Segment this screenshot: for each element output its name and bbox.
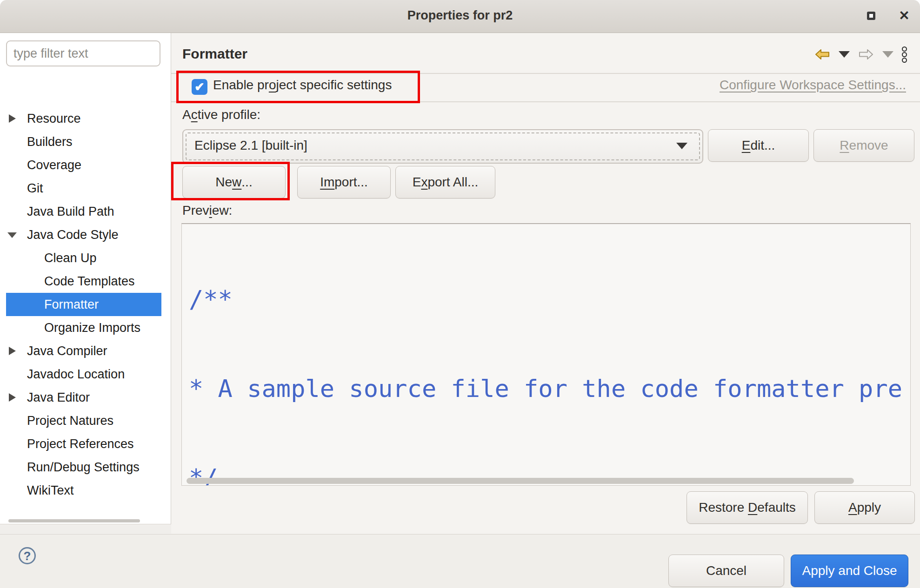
sidebar-item-label: Git <box>27 177 43 200</box>
sidebar-item-formatter[interactable]: Formatter <box>6 293 161 316</box>
sidebar-item-coverage[interactable]: Coverage <box>6 153 161 177</box>
expander-right-icon[interactable] <box>9 347 16 355</box>
sidebar-item-label: Formatter <box>44 293 99 316</box>
label-mnemonic: R <box>840 138 849 153</box>
label-mnemonic: E <box>742 138 751 153</box>
sidebar-item-java-editor[interactable]: Java Editor <box>6 386 161 409</box>
label-pre: Restore <box>699 500 748 515</box>
sidebar-item-java-compiler[interactable]: Java Compiler <box>6 339 161 363</box>
export-all-button[interactable]: Export All... <box>395 166 495 198</box>
sidebar-item-clean-up[interactable]: Clean Up <box>6 246 161 270</box>
sidebar-item-label: Java Build Path <box>27 200 114 223</box>
label-mnemonic: A <box>848 500 857 515</box>
label-pre: E <box>413 175 421 190</box>
sidebar-item-label: Coverage <box>27 153 81 177</box>
page-title: Formatter <box>182 46 247 62</box>
apply-and-close-button[interactable]: Apply and Close <box>791 555 908 587</box>
configure-workspace-settings-link[interactable]: Configure Workspace Settings... <box>720 78 906 92</box>
annotation-rect-new-button <box>171 162 290 200</box>
help-icon[interactable]: ? <box>19 547 36 564</box>
sidebar-item-builders[interactable]: Builders <box>6 130 161 153</box>
sidebar-item-label: Organize Imports <box>44 316 140 339</box>
label-post: ew: <box>212 203 233 218</box>
active-profile-label: Active profile: <box>182 107 260 122</box>
active-profile-select[interactable]: Eclipse 2.1 [built-in] <box>182 129 703 164</box>
sidebar-item-label: Java Compiler <box>27 339 107 363</box>
label-pre: Prev <box>182 203 209 218</box>
sidebar-item-label: Java Code Style <box>27 223 119 246</box>
label-mnemonic: D <box>748 500 757 515</box>
label-post: port All... <box>427 175 478 190</box>
label-post: efaults <box>757 500 796 515</box>
sidebar-item-run-debug-settings[interactable]: Run/Debug Settings <box>6 456 161 479</box>
label-pre: Apply and Close <box>802 563 897 578</box>
formatter-page: Formatter ✔ Enable project specific sett… <box>171 33 920 534</box>
sidebar-item-project-references[interactable]: Project References <box>6 432 161 456</box>
remove-button[interactable]: Remove <box>813 129 914 162</box>
active-profile-value: Eclipse 2.1 [built-in] <box>194 130 307 161</box>
sidebar-item-resource[interactable]: Resource <box>6 107 161 130</box>
label-mnemonic: x <box>421 175 427 190</box>
sidebar-item-label: Run/Debug Settings <box>27 456 140 479</box>
label-post: tive profile: <box>198 107 260 122</box>
sidebar-item-wikitext[interactable]: WikiText <box>6 479 161 502</box>
forward-arrow-icon[interactable] <box>858 49 874 60</box>
sidebar-item-java-build-path[interactable]: Java Build Path <box>6 200 161 223</box>
view-menu-icon[interactable] <box>902 46 907 63</box>
sidebar-item-project-natures[interactable]: Project Natures <box>6 409 161 432</box>
label-mnemonic: Im <box>320 175 334 190</box>
sidebar-item-label: Code Templates <box>44 270 135 293</box>
sidebar-item-label: WikiText <box>27 479 74 502</box>
restore-defaults-button[interactable]: Restore Defaults <box>687 491 808 524</box>
forward-history-dropdown-icon[interactable] <box>882 51 893 58</box>
label-post: port... <box>334 175 368 190</box>
chevron-down-icon <box>676 143 687 149</box>
sidebar-item-java-code-style[interactable]: Java Code Style <box>6 223 161 246</box>
sidebar-item-label: Builders <box>27 130 73 153</box>
label-post: pply <box>857 500 881 515</box>
preferences-sidebar: Resource Builders Coverage Git Java Buil… <box>0 33 171 524</box>
sidebar-item-javadoc-location[interactable]: Javadoc Location <box>6 363 161 386</box>
apply-button[interactable]: Apply <box>814 491 915 524</box>
back-history-dropdown-icon[interactable] <box>839 51 850 58</box>
import-button[interactable]: Import... <box>297 166 391 198</box>
close-icon[interactable]: ✕ <box>895 6 913 26</box>
sidebar-item-organize-imports[interactable]: Organize Imports <box>6 316 161 339</box>
kebab-dot <box>902 52 907 57</box>
sidebar-item-label: Java Editor <box>27 386 90 409</box>
sidebar-item-git[interactable]: Git <box>6 177 161 200</box>
filter-input[interactable] <box>6 40 160 66</box>
expander-right-icon[interactable] <box>9 114 16 123</box>
maximize-icon[interactable] <box>867 12 875 20</box>
sidebar-horizontal-scrollbar[interactable] <box>8 519 140 522</box>
window-title: Properties for pr2 <box>0 8 920 23</box>
properties-dialog: Properties for pr2 ✕ Resource Builders C… <box>0 0 920 588</box>
label-post: emove <box>849 138 888 153</box>
kebab-dot <box>902 58 907 63</box>
expander-down-icon[interactable] <box>7 232 17 238</box>
kebab-dot <box>902 46 907 52</box>
annotation-rect-enable-settings <box>176 71 420 103</box>
label-pre: Cancel <box>706 563 747 578</box>
preview-horizontal-scrollbar[interactable] <box>187 478 854 484</box>
titlebar: Properties for pr2 ✕ <box>0 0 920 33</box>
back-arrow-icon[interactable] <box>814 49 830 60</box>
expander-right-icon[interactable] <box>9 393 16 402</box>
label-post: dit... <box>750 138 775 153</box>
sidebar-item-label: Clean Up <box>44 246 97 270</box>
sidebar-item-code-templates[interactable]: Code Templates <box>6 270 161 293</box>
sidebar-item-label: Project References <box>27 432 134 456</box>
label-pre: A <box>182 107 191 122</box>
sidebar-item-label: Javadoc Location <box>27 363 125 386</box>
formatter-preview-pane: /** * A sample source file for the code … <box>181 223 911 486</box>
dialog-action-bar: Cancel Apply and Close <box>0 534 920 588</box>
cancel-button[interactable]: Cancel <box>668 555 784 587</box>
edit-button[interactable]: Edit... <box>708 129 809 162</box>
sidebar-item-label: Project Natures <box>27 409 113 432</box>
label-mnemonic: c <box>191 107 198 122</box>
preview-code: /** * A sample source file for the code … <box>189 225 902 486</box>
sidebar-item-label: Resource <box>27 107 81 130</box>
code-comment: * A sample source file for the code form… <box>189 375 902 403</box>
page-toolbar <box>814 45 907 64</box>
preview-label: Preview: <box>182 203 232 218</box>
